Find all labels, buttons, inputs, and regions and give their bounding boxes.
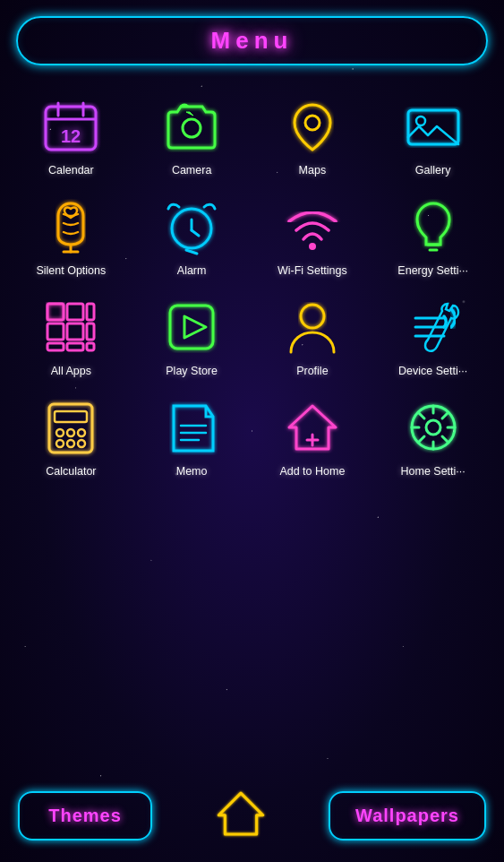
svg-point-33 <box>56 429 64 436</box>
wifi-label: Wi-Fi Settings <box>278 264 347 277</box>
svg-point-35 <box>78 429 85 436</box>
maps-icon <box>280 94 345 159</box>
wifi-icon <box>280 194 345 259</box>
svg-rect-19 <box>87 304 94 320</box>
home-button[interactable] <box>214 787 268 844</box>
profile-icon <box>280 295 345 359</box>
svg-point-27 <box>301 305 324 328</box>
svg-rect-23 <box>47 343 64 350</box>
menu-bar: Menu <box>16 16 488 65</box>
homesettings-label: Home Setti··· <box>401 465 466 478</box>
themes-button[interactable]: Themes <box>18 791 152 840</box>
alarm-label: Alarm <box>177 264 207 277</box>
svg-point-5 <box>183 119 201 137</box>
devicesettings-icon-item[interactable]: Device Setti··· <box>376 289 490 383</box>
svg-rect-20 <box>47 323 64 340</box>
memo-icon <box>159 395 224 460</box>
silent-icon-item[interactable]: Silent Options <box>14 189 128 282</box>
svg-rect-24 <box>67 343 83 350</box>
menu-title: Menu <box>211 27 294 54</box>
svg-rect-18 <box>67 304 83 320</box>
icons-grid: 12 Calendar Camera <box>0 74 504 497</box>
calendar-icon: 12 <box>38 94 103 159</box>
allapps-label: All Apps <box>51 365 91 377</box>
devicesettings-label: Device Setti··· <box>398 365 467 377</box>
camera-icon-item[interactable]: Camera <box>135 89 249 182</box>
calculator-label: Calculator <box>46 465 96 478</box>
svg-point-38 <box>78 440 85 447</box>
allapps-icon-item[interactable]: All Apps <box>14 289 128 383</box>
energy-label: Energy Setti··· <box>397 264 468 277</box>
wifi-icon-item[interactable]: Wi-Fi Settings <box>256 189 370 282</box>
alarm-icon <box>159 194 224 259</box>
svg-rect-25 <box>87 343 94 350</box>
alarm-icon-item[interactable]: Alarm <box>135 189 249 282</box>
svg-rect-22 <box>87 323 94 340</box>
bottom-bar: Themes Wallpapers <box>0 787 504 844</box>
memo-icon-item[interactable]: Memo <box>135 390 249 483</box>
svg-line-52 <box>442 413 448 418</box>
energy-icon-item[interactable]: Energy Setti··· <box>376 189 490 282</box>
calendar-icon-item[interactable]: 12 Calendar <box>14 89 128 182</box>
profile-label: Profile <box>296 365 328 377</box>
svg-line-50 <box>419 413 424 418</box>
svg-line-12 <box>192 230 199 236</box>
addtohome-icon-item[interactable]: Add to Home <box>256 390 370 483</box>
svg-line-13 <box>186 250 197 254</box>
memo-label: Memo <box>176 465 208 478</box>
wallpapers-label: Wallpapers <box>355 806 459 825</box>
silent-label: Silent Options <box>36 264 106 277</box>
svg-point-8 <box>416 116 425 125</box>
playstore-label: Play Store <box>166 365 218 377</box>
wallpapers-button[interactable]: Wallpapers <box>329 791 486 840</box>
camera-icon <box>159 94 224 159</box>
svg-point-37 <box>67 440 74 447</box>
svg-point-45 <box>426 420 440 435</box>
calculator-icon <box>38 395 103 460</box>
addtohome-icon <box>280 395 345 460</box>
svg-text:12: 12 <box>61 126 81 146</box>
devicesettings-icon <box>401 295 466 359</box>
allapps-icon <box>38 295 103 359</box>
svg-line-53 <box>419 436 424 442</box>
svg-point-34 <box>67 429 74 436</box>
energy-icon <box>401 194 466 259</box>
playstore-icon <box>159 295 224 359</box>
gallery-label: Gallery <box>415 164 451 177</box>
calculator-icon-item[interactable]: Calculator <box>14 390 128 483</box>
silent-icon <box>38 194 103 259</box>
maps-label: Maps <box>299 164 327 177</box>
svg-rect-17 <box>47 304 64 320</box>
gallery-icon <box>401 94 466 159</box>
svg-point-6 <box>305 116 320 130</box>
svg-rect-32 <box>55 411 87 422</box>
svg-point-14 <box>309 243 316 250</box>
homesettings-icon-item[interactable]: Home Setti··· <box>376 390 490 483</box>
svg-point-36 <box>56 440 64 447</box>
homesettings-icon <box>401 395 466 460</box>
svg-line-51 <box>442 436 448 442</box>
maps-icon-item[interactable]: Maps <box>256 89 370 182</box>
gallery-icon-item[interactable]: Gallery <box>376 89 490 182</box>
calendar-label: Calendar <box>48 164 94 177</box>
svg-rect-21 <box>67 323 83 340</box>
camera-label: Camera <box>172 164 211 177</box>
themes-label: Themes <box>48 806 122 825</box>
addtohome-label: Add to Home <box>279 465 345 478</box>
playstore-icon-item[interactable]: Play Store <box>135 289 249 383</box>
profile-icon-item[interactable]: Profile <box>256 289 370 383</box>
